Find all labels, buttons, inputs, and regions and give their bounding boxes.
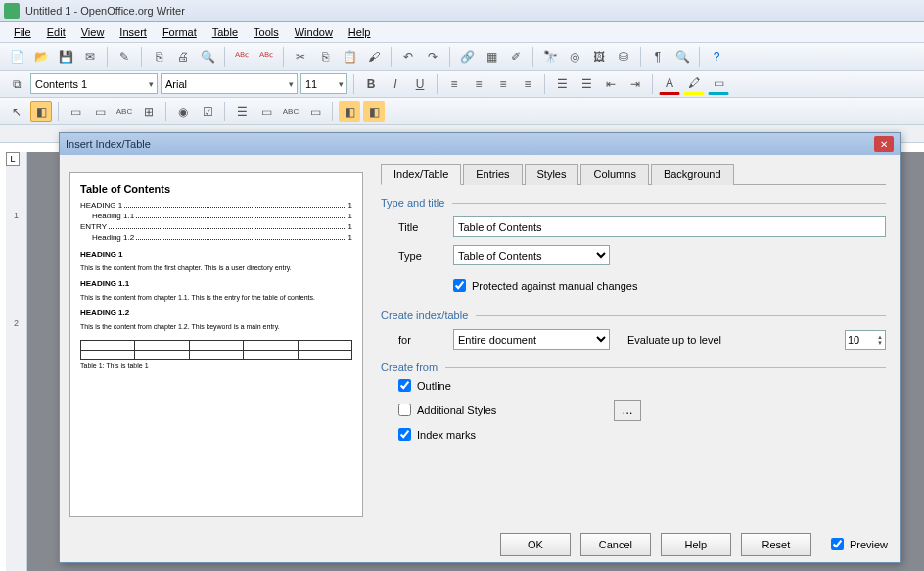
menu-table[interactable]: Table [205, 24, 246, 40]
outdent-icon[interactable]: ⇤ [600, 73, 622, 95]
indent-icon[interactable]: ⇥ [624, 73, 646, 95]
type-label: Type [398, 250, 453, 262]
font-color-icon[interactable]: A [659, 73, 680, 95]
arrow-icon[interactable]: ↖ [6, 101, 27, 122]
drawing-icon[interactable]: ✐ [505, 46, 527, 68]
ctrl-icon2[interactable]: ▭ [89, 101, 111, 122]
undo-icon[interactable]: ↶ [397, 46, 419, 68]
open-icon[interactable]: 📂 [30, 46, 52, 68]
type-select[interactable]: Table of Contents [453, 245, 610, 265]
menu-file[interactable]: File [6, 24, 39, 40]
navigator-icon[interactable]: ◎ [564, 46, 585, 68]
save-icon[interactable]: 💾 [55, 46, 76, 68]
tab-styles[interactable]: Styles [525, 164, 579, 185]
label-icon[interactable]: ABC [114, 101, 135, 122]
form-icon[interactable]: ◧ [30, 101, 52, 122]
additional-styles-checkbox[interactable]: Additional Styles [398, 404, 614, 416]
for-select[interactable]: Entire document [453, 329, 610, 350]
eval-level-value: 10 [848, 334, 859, 346]
menu-format[interactable]: Format [155, 24, 205, 40]
table-icon[interactable]: ▦ [481, 46, 502, 68]
menubar: File Edit View Insert Format Table Tools… [0, 22, 924, 43]
menu-view[interactable]: View [73, 24, 113, 40]
more3-icon[interactable]: ◧ [363, 101, 385, 122]
redo-icon[interactable]: ↷ [422, 46, 443, 68]
section-type-title: Type and title [381, 197, 886, 209]
print-icon[interactable]: 🖨 [172, 46, 194, 68]
zoom-icon[interactable]: 🔍 [671, 46, 693, 68]
preview-table-caption: Table 1: This is table 1 [80, 362, 352, 369]
more-icon[interactable]: ▭ [304, 101, 326, 122]
bold-icon[interactable]: B [360, 73, 382, 95]
index-marks-label: Index marks [417, 429, 476, 441]
radio-icon[interactable]: ◉ [172, 101, 194, 122]
list-icon[interactable]: ☰ [231, 101, 253, 122]
pdf-icon[interactable]: ⎘ [148, 46, 169, 68]
highlight-icon[interactable]: 🖍 [683, 73, 705, 95]
number-list-icon[interactable]: ☰ [551, 73, 573, 95]
paste-icon[interactable]: 📋 [339, 46, 360, 68]
tab-columns[interactable]: Columns [580, 164, 648, 185]
brush-icon[interactable]: 🖌 [363, 46, 385, 68]
protected-checkbox[interactable]: Protected against manual changes [453, 279, 637, 292]
align-justify-icon[interactable]: ≡ [517, 73, 538, 95]
font-size-combo[interactable]: 11 [300, 73, 347, 94]
ok-button[interactable]: OK [500, 533, 571, 556]
menu-edit[interactable]: Edit [39, 24, 73, 40]
help-button[interactable]: Help [661, 533, 731, 556]
dialog-tabs: Index/Table Entries Styles Columns Backg… [381, 163, 886, 185]
ctrl-icon[interactable]: ▭ [65, 101, 86, 122]
paragraph-style-combo[interactable]: Contents 1 [30, 73, 158, 94]
drawing-toolbar: ↖ ◧ ▭ ▭ ABC ⊞ ◉ ☑ ☰ ▭ ABC ▭ ◧ ◧ [0, 98, 924, 125]
menu-tools[interactable]: Tools [246, 24, 287, 40]
text-icon[interactable]: ABC [280, 101, 301, 122]
align-left-icon[interactable]: ≡ [443, 73, 465, 95]
eval-level-spinner[interactable]: 10 ▲▼ [845, 330, 886, 350]
additional-styles-label: Additional Styles [417, 404, 496, 416]
preview-checkbox[interactable]: Preview [831, 538, 888, 550]
menu-window[interactable]: Window [287, 24, 341, 40]
mail-icon[interactable]: ✉ [79, 46, 101, 68]
tab-index-table[interactable]: Index/Table [381, 164, 461, 185]
standard-toolbar: 📄 📂 💾 ✉ ✎ ⎘ 🖨 🔍 ᴬᴮᶜ ᴬᴮᶜ ✂ ⎘ 📋 🖌 ↶ ↷ 🔗 ▦ … [0, 43, 924, 71]
title-input[interactable] [453, 216, 886, 237]
edit-icon[interactable]: ✎ [114, 46, 135, 68]
autospell-icon[interactable]: ᴬᴮᶜ [255, 46, 277, 68]
preview-toc-title: Table of Contents [80, 183, 352, 195]
tab-entries[interactable]: Entries [463, 164, 522, 185]
hyperlink-icon[interactable]: 🔗 [456, 46, 478, 68]
gallery-icon[interactable]: 🖼 [588, 46, 610, 68]
menu-insert[interactable]: Insert [112, 24, 155, 40]
menu-help[interactable]: Help [341, 24, 379, 40]
font-name-combo[interactable]: Arial [161, 73, 298, 94]
tab-background[interactable]: Background [651, 164, 734, 185]
preview-icon[interactable]: 🔍 [197, 46, 218, 68]
bg-color-icon[interactable]: ▭ [708, 73, 729, 95]
preview-checkbox-label: Preview [850, 539, 888, 550]
align-right-icon[interactable]: ≡ [492, 73, 514, 95]
align-center-icon[interactable]: ≡ [468, 73, 489, 95]
bullet-list-icon[interactable]: ☰ [576, 73, 597, 95]
nonprinting-icon[interactable]: ¶ [647, 46, 669, 68]
outline-checkbox[interactable]: Outline [398, 379, 886, 392]
more2-icon[interactable]: ◧ [339, 101, 360, 122]
copy-icon[interactable]: ⎘ [314, 46, 336, 68]
new-icon[interactable]: 📄 [6, 46, 27, 68]
italic-icon[interactable]: I [385, 73, 406, 95]
datasource-icon[interactable]: ⛁ [613, 46, 634, 68]
index-marks-checkbox[interactable]: Index marks [398, 428, 886, 441]
find-icon[interactable]: 🔭 [539, 46, 561, 68]
cancel-button[interactable]: Cancel [580, 533, 651, 556]
help-icon[interactable]: ? [706, 46, 727, 68]
spellcheck-icon[interactable]: ᴬᴮᶜ [231, 46, 253, 68]
close-icon[interactable]: ✕ [874, 136, 894, 152]
cut-icon[interactable]: ✂ [290, 46, 311, 68]
underline-icon[interactable]: U [409, 73, 431, 95]
styles-icon[interactable]: ⧉ [6, 73, 27, 95]
reset-button[interactable]: Reset [741, 533, 811, 556]
group-icon[interactable]: ⊞ [138, 101, 160, 122]
combo-icon[interactable]: ▭ [255, 101, 277, 122]
check-icon[interactable]: ☑ [197, 101, 218, 122]
protected-label: Protected against manual changes [472, 280, 637, 292]
additional-styles-button[interactable]: ... [614, 400, 641, 421]
